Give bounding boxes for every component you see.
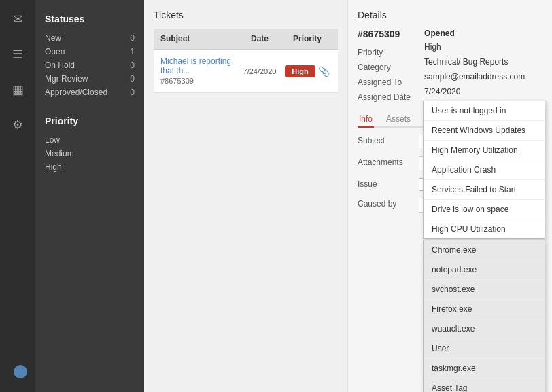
ticket-subject-col: Michael is reporting that th... #8675309 <box>160 56 236 86</box>
detail-value-assigned-to: sample@emailaddress.com <box>424 69 525 84</box>
tab-info[interactable]: Info <box>358 111 374 128</box>
priority-title: Priority <box>45 115 135 126</box>
dropdown-lower-item-5[interactable]: wuauclt.exe <box>424 319 545 339</box>
sidebar: ✉ ☰ ▦ ⚙ <box>0 0 35 392</box>
ticket-subject-link[interactable]: Michael is reporting that th... <box>160 56 236 75</box>
th-priority: Priority <box>283 34 331 43</box>
status-label-open: Open <box>45 47 65 56</box>
dropdown-lower-item-3[interactable]: svchost.exe <box>424 280 545 300</box>
status-label-new: New <box>45 33 61 43</box>
form-label-subject: Subject <box>358 135 419 145</box>
dropdown-item-5[interactable]: Services Failed to Start <box>424 180 545 200</box>
settings-icon[interactable]: ⚙ <box>5 113 30 137</box>
status-row-mgrreview[interactable]: Mgr Review 0 <box>45 72 135 86</box>
status-count-open: 1 <box>130 47 135 56</box>
detail-label-assigned-date: Assigned Date <box>358 90 411 105</box>
detail-value-category: Technical/ Bug Reports <box>424 54 525 69</box>
list-icon[interactable]: ☰ <box>5 42 30 67</box>
dropdown-item-3[interactable]: High Memory Utilization <box>424 141 545 160</box>
form-label-issue: Issue <box>358 178 419 189</box>
priority-section: Priority Low Medium High <box>45 115 135 174</box>
table-row[interactable]: Michael is reporting that th... #8675309… <box>154 50 338 93</box>
detail-label-category: Category <box>358 60 411 75</box>
attachment-icon: 📎 <box>318 66 330 77</box>
dropdown-lower-item-4[interactable]: Firefox.exe <box>424 300 545 319</box>
detail-value-priority: High <box>424 39 525 54</box>
dropdown-item-7[interactable]: High CPU Utilization <box>424 219 545 238</box>
status-count-onhold: 0 <box>130 60 135 70</box>
inbox-icon[interactable]: ✉ <box>5 7 30 31</box>
dropdown-item-4[interactable]: Application Crash <box>424 160 545 180</box>
dropdown-item-1[interactable]: User is not logged in <box>424 101 545 121</box>
status-row-new[interactable]: New 0 <box>45 31 135 45</box>
opened-label: Opened <box>424 29 525 38</box>
details-panel: Details #8675309 Priority Category Assig… <box>348 0 552 392</box>
status-count-closed: 0 <box>130 88 135 97</box>
tab-assets[interactable]: Assets <box>385 111 412 128</box>
priority-low[interactable]: Low <box>45 133 135 147</box>
ticket-number: #8675309 <box>358 29 411 39</box>
priority-badge: High <box>285 65 315 77</box>
dropdown-lower: Chrome.exe notepad.exe svchost.exe Firef… <box>423 240 545 392</box>
priority-medium[interactable]: Medium <box>45 147 135 160</box>
tickets-panel-header: Tickets <box>154 10 338 20</box>
form-label-caused-by: Caused by <box>358 198 419 209</box>
ticket-date: 7/24/2020 <box>236 67 283 75</box>
dropdown-lower-item-2[interactable]: notepad.exe <box>424 260 545 280</box>
detail-value-assigned-date: 7/24/2020 <box>424 84 525 99</box>
tickets-table-header: Subject Date Priority <box>154 29 338 50</box>
bottom-indicator <box>14 365 27 378</box>
status-label-mgrreview: Mgr Review <box>45 74 88 84</box>
status-label-closed: Approved/Closed <box>45 88 107 97</box>
status-count-new: 0 <box>130 33 135 43</box>
th-date: Date <box>236 34 283 43</box>
dropdown-lower-item-1[interactable]: Chrome.exe <box>424 240 545 260</box>
dropdown-upper: User is not logged in Recent Windows Upd… <box>423 101 545 239</box>
details-right-col: Opened High Technical/ Bug Reports sampl… <box>424 29 525 105</box>
details-panel-header: Details <box>358 10 542 20</box>
status-label-onhold: On Hold <box>45 60 75 70</box>
dropdown-lower-item-8[interactable]: Asset Tag <box>424 378 545 392</box>
dropdown-item-2[interactable]: Recent Windows Updates <box>424 121 545 141</box>
dropdown-item-6[interactable]: Drive is low on space <box>424 200 545 219</box>
dropdown-lower-item-7[interactable]: taskmgr.exe <box>424 359 545 378</box>
details-left-col: #8675309 Priority Category Assigned To A… <box>358 29 411 105</box>
left-panel: Statuses New 0 Open 1 On Hold 0 Mgr Revi… <box>35 0 144 392</box>
detail-label-assigned-to: Assigned To <box>358 75 411 90</box>
dropdown-container: User is not logged in Recent Windows Upd… <box>423 101 545 392</box>
priority-high[interactable]: High <box>45 160 135 174</box>
detail-label-priority: Priority <box>358 45 411 60</box>
dropdown-lower-item-6[interactable]: User <box>424 339 545 359</box>
th-subject: Subject <box>160 34 236 43</box>
status-count-mgrreview: 0 <box>130 74 135 84</box>
ticket-priority-col: High 📎 <box>283 65 331 77</box>
form-label-attachments: Attachments <box>358 156 419 167</box>
statuses-title: Statuses <box>45 14 135 24</box>
tickets-panel: Tickets Subject Date Priority Michael is… <box>144 0 348 392</box>
main-content: Tickets Subject Date Priority Michael is… <box>144 0 552 392</box>
status-row-closed[interactable]: Approved/Closed 0 <box>45 86 135 99</box>
chart-icon[interactable]: ▦ <box>5 77 30 102</box>
status-row-open[interactable]: Open 1 <box>45 45 135 58</box>
ticket-id: #8675309 <box>160 77 194 85</box>
status-row-onhold[interactable]: On Hold 0 <box>45 58 135 72</box>
